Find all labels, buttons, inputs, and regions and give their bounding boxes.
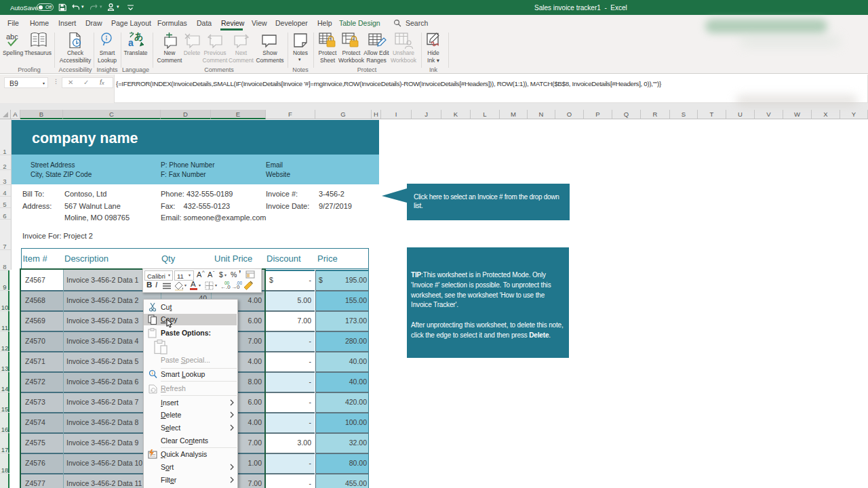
svg-text:.00: .00 <box>236 281 242 285</box>
svg-text:あ: あ <box>134 31 143 41</box>
svg-text:00: 00 <box>224 281 230 285</box>
svg-text:a: a <box>128 37 134 48</box>
svg-text:abc: abc <box>6 33 18 41</box>
